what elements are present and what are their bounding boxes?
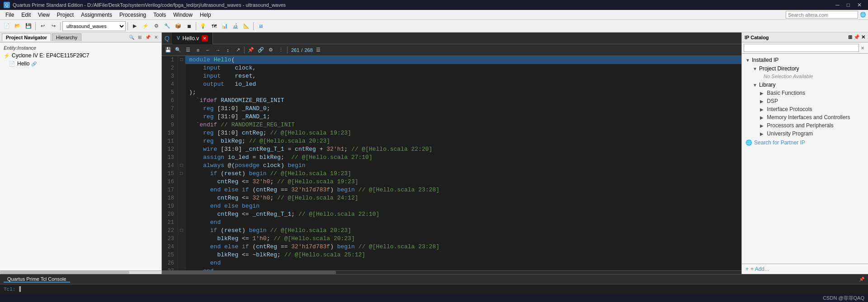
line-gutter-13 bbox=[178, 153, 185, 162]
left-panel-scrollbar[interactable] bbox=[0, 270, 161, 274]
ed-col-btn[interactable]: ☰ bbox=[314, 46, 323, 55]
code-line-22: 22 □ if (reset) begin // @[Hello.scala 2… bbox=[162, 227, 741, 235]
console-prompt[interactable]: ▌ bbox=[19, 286, 22, 293]
line-gutter-20 bbox=[178, 210, 185, 218]
library-header[interactable]: ▼ Library bbox=[749, 81, 868, 89]
code-editor[interactable]: 1 □ module Hello( 2 input clock, 3 input… bbox=[162, 56, 741, 270]
line-num-3: 3 bbox=[162, 72, 178, 80]
code-line-13: 13 assign io_led = blkReg; // @[Hello.sc… bbox=[162, 153, 741, 162]
menu-view[interactable]: View bbox=[34, 11, 53, 19]
ip-processors-peripherals[interactable]: ▶ Processors and Peripherals bbox=[749, 121, 868, 130]
editor-tab-hello[interactable]: V Hello.v ✕ bbox=[172, 33, 213, 44]
rtl-viewer-button[interactable]: 📐 bbox=[241, 21, 251, 31]
menu-tools[interactable]: Tools bbox=[150, 11, 170, 19]
ed-list-btn[interactable]: ☰ bbox=[184, 46, 193, 55]
ed-back-btn[interactable]: ← bbox=[203, 46, 212, 55]
line-content-23: blkReg <= 1'h0; // @[Hello.scala 20:23] bbox=[185, 235, 355, 243]
ed-forward-btn[interactable]: → bbox=[213, 46, 222, 55]
ed-pin-btn[interactable]: 📌 bbox=[246, 46, 255, 55]
start-assembler-button[interactable]: 📦 bbox=[173, 21, 183, 31]
save-button[interactable]: 💾 bbox=[24, 21, 33, 31]
project-dir-arrow: ▼ bbox=[753, 66, 757, 71]
undo-button[interactable]: ↩ bbox=[38, 21, 47, 31]
ed-gear-btn[interactable]: ⋮ bbox=[276, 46, 285, 55]
hello-item[interactable]: 📄 Hello 🔗 bbox=[0, 60, 161, 68]
search-partner-section[interactable]: 🌐 Search for Partner IP bbox=[742, 139, 868, 147]
compile-button[interactable]: ▶ bbox=[130, 21, 140, 31]
panel-close-icon[interactable]: ✕ bbox=[152, 34, 160, 41]
line-num-7: 7 bbox=[162, 105, 178, 113]
menu-edit[interactable]: Edit bbox=[18, 11, 34, 19]
menu-window[interactable]: Window bbox=[170, 11, 196, 19]
signaltap-button[interactable]: 📊 bbox=[220, 21, 230, 31]
line-content-26: end bbox=[185, 259, 221, 267]
panel-search-icon[interactable]: 🔍 bbox=[128, 34, 135, 41]
ed-jump-btn[interactable]: ↗ bbox=[233, 46, 242, 55]
project-dir-label: Project Directory bbox=[759, 65, 799, 72]
cyclone-item[interactable]: ⚡ Cyclone IV E: EP4CE115F29C7 bbox=[0, 51, 161, 60]
maximize-button[interactable]: □ bbox=[844, 2, 853, 8]
ed-settings-btn[interactable]: ⚙ bbox=[266, 46, 275, 55]
ed-link-btn[interactable]: 🔗 bbox=[256, 46, 265, 55]
project-navigator-tab[interactable]: Project Navigator bbox=[2, 33, 51, 41]
tab-close-button[interactable]: ✕ bbox=[202, 35, 208, 42]
menu-assignments[interactable]: Assignments bbox=[77, 11, 116, 19]
project-dropdown[interactable]: ultrasound_waves bbox=[62, 21, 126, 31]
ed-list2-btn[interactable]: ≡ bbox=[193, 46, 203, 55]
library-section: ▼ Library ▶ Basic Functions ▶ DSP ▶ bbox=[742, 80, 868, 138]
console-pin-icon[interactable]: 📌 bbox=[859, 277, 864, 282]
search-input[interactable] bbox=[786, 11, 858, 19]
menu-processing[interactable]: Processing bbox=[116, 11, 150, 19]
code-line-5: 5 ); bbox=[162, 88, 741, 97]
redo-button[interactable]: ↪ bbox=[48, 21, 58, 31]
minimize-button[interactable]: ─ bbox=[833, 2, 842, 8]
ip-expand-icon[interactable]: ⊞ bbox=[848, 34, 852, 40]
ip-pin-icon[interactable]: 📌 bbox=[854, 34, 860, 40]
tcl-console-button[interactable]: 🖥 bbox=[255, 21, 265, 31]
code-line-20: 20 cntReg <= _cntReg_T_1; // @[Hello.sca… bbox=[162, 210, 741, 218]
menu-file[interactable]: File bbox=[2, 11, 18, 19]
university-program-label: University Program bbox=[767, 130, 813, 137]
line-num-11: 11 bbox=[162, 137, 178, 145]
hierarchy-tab[interactable]: Hierarchy bbox=[52, 33, 81, 41]
hello-icon: 📄 bbox=[9, 61, 15, 67]
line-gutter-18 bbox=[178, 194, 185, 202]
close-button[interactable]: ✕ bbox=[854, 2, 864, 8]
console-tab[interactable]: Quartus Prime Tcl Console bbox=[4, 276, 70, 283]
ip-search-input[interactable] bbox=[744, 44, 859, 52]
ip-footer[interactable]: + + Add... bbox=[742, 264, 868, 274]
console-header: Quartus Prime Tcl Console 📌 bbox=[0, 274, 868, 284]
menu-project[interactable]: Project bbox=[53, 11, 77, 19]
new-file-button[interactable]: 📄 bbox=[2, 21, 12, 31]
ip-dsp[interactable]: ▶ DSP bbox=[749, 97, 868, 105]
ip-close-icon[interactable]: ✕ bbox=[861, 34, 865, 40]
editor-horizontal-scrollbar[interactable] bbox=[162, 270, 741, 274]
open-file-button[interactable]: 📂 bbox=[13, 21, 23, 31]
panel-pin-icon[interactable]: 📌 bbox=[144, 34, 151, 41]
ip-memory-interfaces[interactable]: ▶ Memory Interfaces and Controllers bbox=[749, 113, 868, 121]
ed-save-btn[interactable]: 💾 bbox=[164, 46, 173, 55]
ip-catalog-controls: ⊞ 📌 ✕ bbox=[848, 34, 865, 40]
start-analysis-button[interactable]: ⚡ bbox=[141, 21, 151, 31]
panel-expand-icon[interactable]: ⊞ bbox=[136, 34, 143, 41]
ip-basic-functions[interactable]: ▶ Basic Functions bbox=[749, 89, 868, 97]
stop-button[interactable]: ⏹ bbox=[184, 21, 194, 31]
programmer-button[interactable]: 💡 bbox=[198, 21, 208, 31]
search-partner-label: Search for Partner IP bbox=[754, 139, 805, 146]
ed-find-btn[interactable]: 🔍 bbox=[174, 46, 183, 55]
ip-interface-protocols[interactable]: ▶ Interface Protocols bbox=[749, 105, 868, 113]
installed-ip-header[interactable]: ▼ Installed IP bbox=[742, 56, 868, 64]
ed-sync-btn[interactable]: ↕ bbox=[223, 46, 232, 55]
start-synthesis-button[interactable]: ⚙ bbox=[151, 21, 161, 31]
simulation-button[interactable]: 🔬 bbox=[231, 21, 241, 31]
ip-search-clear[interactable]: ✕ bbox=[859, 46, 866, 51]
line-gutter-25 bbox=[178, 251, 185, 259]
chip-planner-button[interactable]: 🗺 bbox=[209, 21, 219, 31]
project-nav-content: Entity:Instance ⚡ Cyclone IV E: EP4CE115… bbox=[0, 42, 161, 270]
ip-university-program[interactable]: ▶ University Program bbox=[749, 130, 868, 138]
code-line-27: 27 end bbox=[162, 267, 741, 270]
project-dir-header[interactable]: ▼ Project Directory bbox=[749, 65, 868, 73]
menu-help[interactable]: Help bbox=[196, 11, 215, 19]
line-num-15: 15 bbox=[162, 170, 178, 178]
start-fitter-button[interactable]: 🔧 bbox=[162, 21, 172, 31]
